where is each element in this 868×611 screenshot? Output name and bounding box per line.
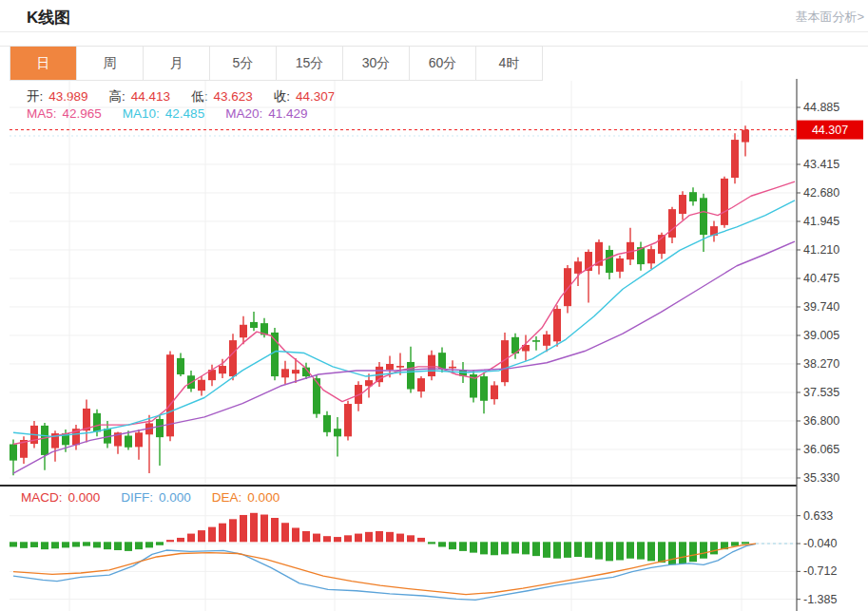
svg-text:43.415: 43.415	[803, 158, 839, 171]
svg-text:36.065: 36.065	[803, 443, 839, 456]
tab-interval-5[interactable]: 30分	[343, 47, 410, 80]
tab-interval-4[interactable]: 15分	[277, 47, 343, 80]
interval-tab-bar: 日周月5分15分30分60分4时	[10, 46, 543, 81]
svg-text:39.740: 39.740	[803, 300, 839, 314]
current-price-badge: 44.307	[797, 121, 863, 140]
svg-text:41.945: 41.945	[803, 215, 839, 228]
svg-text:-0.712: -0.712	[803, 564, 837, 578]
tab-interval-2[interactable]: 月	[144, 47, 210, 80]
svg-text:44.307: 44.307	[812, 124, 848, 137]
tab-interval-6[interactable]: 60分	[410, 47, 476, 80]
svg-text:40.475: 40.475	[803, 272, 839, 285]
svg-text:42.680: 42.680	[803, 186, 839, 200]
svg-text:44.885: 44.885	[803, 101, 839, 114]
svg-text:37.535: 37.535	[803, 386, 839, 399]
tab-interval-7[interactable]: 4时	[476, 47, 542, 80]
svg-text:35.330: 35.330	[803, 471, 839, 485]
svg-text:41.210: 41.210	[803, 243, 839, 257]
svg-text:-0.040: -0.040	[803, 537, 837, 550]
svg-text:-1.385: -1.385	[803, 593, 837, 606]
page-header: K线图 基本面分析>	[0, 0, 868, 32]
tab-interval-1[interactable]: 周	[77, 47, 144, 80]
tab-interval-3[interactable]: 5分	[210, 47, 277, 80]
svg-text:38.270: 38.270	[803, 357, 839, 371]
svg-text:36.800: 36.800	[803, 414, 839, 428]
tab-interval-0[interactable]: 日	[10, 47, 77, 80]
kline-macd-chart: 44.88543.41542.68041.94541.21040.47539.7…	[0, 79, 868, 611]
svg-text:0.633: 0.633	[803, 509, 833, 523]
fundamental-analysis-link[interactable]: 基本面分析>	[795, 9, 864, 26]
page-title: K线图	[27, 7, 70, 29]
svg-text:39.005: 39.005	[803, 329, 839, 342]
